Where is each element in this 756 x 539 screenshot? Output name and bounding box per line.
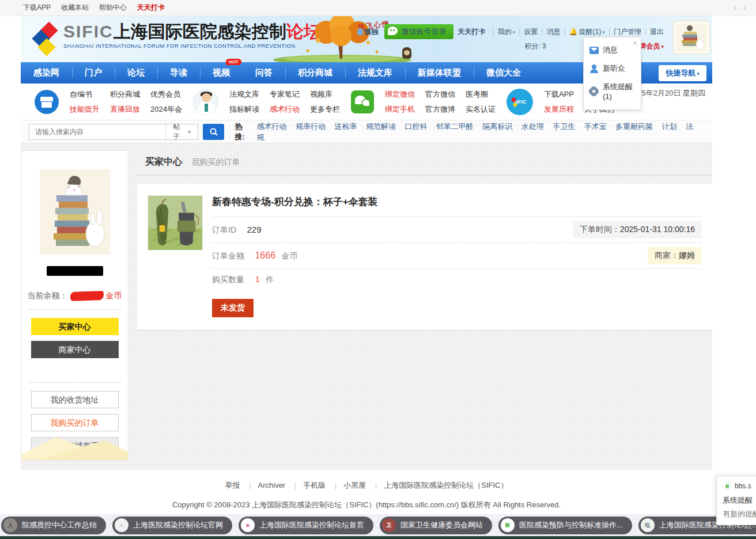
user-avatar[interactable] — [673, 21, 710, 54]
product-image[interactable] — [148, 195, 203, 250]
subnav-bind-wechat[interactable]: 绑定微信 — [385, 87, 415, 101]
nav-forum[interactable]: 论坛 — [115, 62, 157, 83]
username-link[interactable]: 慎独 — [365, 27, 379, 37]
my-menu-link[interactable]: 我的▾ — [498, 27, 516, 37]
wechat-bind-icon[interactable] — [351, 90, 374, 113]
footer-archiver-link[interactable]: Archiver — [242, 481, 285, 489]
taskbar-window-1[interactable]: 人 院感质控中心工作总结 — [1, 517, 106, 534]
footer-report-link[interactable]: 举报 — [225, 481, 240, 489]
system-notification-toast[interactable]: e bbs.s 系统提醒 有新的提醒 — [716, 476, 756, 525]
nav-infection-net[interactable]: 感染网 — [21, 62, 72, 83]
portal-admin-link[interactable]: 门户管理 — [614, 27, 641, 37]
subnav-ganshu-action[interactable]: 感术行动 — [270, 102, 300, 116]
doctor-icon[interactable] — [193, 89, 218, 115]
taskbar: 人 院感质控中心工作总结 ≡ 上海医院感染控制论坛官网 ◈ 上海国际医院感染控制… — [0, 514, 756, 539]
buyer-center-button[interactable]: 买家中心 — [31, 318, 119, 335]
bookmark-site-link[interactable]: 收藏本站 — [61, 3, 89, 13]
nav-qa[interactable]: 问答 — [243, 62, 285, 83]
subnav-bind-phone[interactable]: 绑定手机 — [385, 102, 415, 116]
subnav-points-mall[interactable]: 积分商城 — [110, 87, 140, 101]
sidebar-decoration — [21, 435, 128, 460]
dropdown-item-system-remind[interactable]: 系统提醒(1) — [584, 78, 641, 105]
wechat-login-button[interactable]: 微信账号登录 — [384, 24, 453, 39]
nav-wechat-collection[interactable]: 微信大全 — [474, 62, 534, 83]
hot-term[interactable]: 计划 — [662, 122, 677, 131]
hot-term[interactable]: 邻苯二甲醛 — [436, 122, 474, 131]
hot-search-terms: 感术行动 规率行动 送检率 规范解读 口腔科 邻苯二甲醛 隔离标识 水处理 手卫… — [257, 121, 704, 143]
window-favicon: ≡ — [115, 518, 128, 532]
nav-regulations[interactable]: 法规文库 — [345, 62, 405, 83]
daily-checkin-top-link[interactable]: 天天打卡 — [458, 27, 486, 37]
hot-term[interactable]: 隔离标识 — [482, 122, 512, 131]
subnav-replay[interactable]: 直播回放 — [110, 102, 140, 116]
taskbar-window-2[interactable]: ≡ 上海医院感染控制论坛官网 — [112, 517, 232, 534]
taskbar-window-5[interactable]: 标 医院感染预防与控制标准操作... — [498, 517, 632, 534]
nav-points-mall[interactable]: 积分商城 — [285, 62, 345, 83]
taskbar-window-4[interactable]: 卫 国家卫生健康委员会网站 — [380, 517, 492, 534]
taskbar-window-3[interactable]: ◈ 上海国际医院感染控制论坛首页 — [239, 517, 373, 534]
download-app-link[interactable]: 下载APP — [23, 3, 51, 13]
search-button[interactable] — [203, 124, 225, 140]
owl-icon — [402, 47, 411, 59]
hot-term[interactable]: 送检率 — [334, 122, 357, 131]
balance-unit: 金币 — [106, 291, 122, 301]
subnav-skill[interactable]: 技能提升 — [70, 102, 100, 116]
subnav-more-columns[interactable]: 更多专栏 — [310, 102, 340, 116]
subnav-official-wechat[interactable]: 官方微信 — [425, 87, 455, 101]
hot-term[interactable]: 手卫生 — [553, 122, 575, 131]
subnav-expert-notes[interactable]: 专家笔记 — [270, 87, 300, 101]
footer-links: 举报 Archiver 手机版 小黑屋 上海国际医院感染控制论坛（SIFIC） — [21, 480, 712, 491]
daily-checkin-link[interactable]: 天天打卡 — [137, 3, 165, 13]
hot-term[interactable]: 规范解读 — [366, 122, 396, 131]
footer-blackroom-link[interactable]: 小黑屋 — [328, 481, 366, 489]
nav-portal[interactable]: 门户 — [72, 62, 115, 83]
hot-term[interactable]: 规率行动 — [296, 122, 326, 131]
subnav-medical-exam[interactable]: 医考圈 — [466, 87, 496, 101]
score-text: 积分: 3 — [524, 41, 546, 51]
search-input[interactable] — [29, 128, 165, 136]
hot-term[interactable]: 手术室 — [584, 122, 607, 131]
logout-link[interactable]: 退出 — [650, 27, 664, 37]
subnav-indicator[interactable]: 指标解读 — [229, 102, 259, 116]
my-orders-button[interactable]: 我购买的订单 — [31, 414, 119, 431]
sidebar-avatar[interactable] — [40, 246, 110, 256]
subnav-download-app[interactable]: 下载APP — [544, 87, 574, 101]
store-icon[interactable] — [35, 90, 59, 114]
sific-circle-icon[interactable]: SIFIC — [506, 89, 533, 115]
hot-term[interactable]: 口腔科 — [405, 122, 427, 131]
subnav-video-lib[interactable]: 视频库 — [310, 87, 340, 101]
seller-center-button[interactable]: 商家中心 — [31, 341, 119, 358]
hot-term[interactable]: 多重耐药菌 — [615, 122, 653, 131]
order-id-row: 订单ID 229 下单时间：2025-01-31 10:00:16 — [212, 217, 702, 242]
search-category-select[interactable]: 帖子▾ — [165, 124, 197, 139]
nav-video[interactable]: 视频 — [200, 62, 243, 83]
balance-row: 当前余额： 金币 — [21, 291, 128, 301]
remind-link[interactable]: 提醒(1)▾ — [579, 27, 605, 37]
messages-link[interactable]: 消息 — [546, 27, 560, 37]
order-amount-label: 订单金额 — [212, 251, 244, 260]
subnav-official-weibo[interactable]: 官方微博 — [425, 102, 455, 116]
hot-term[interactable]: 感术行动 — [257, 122, 287, 131]
gear-icon — [589, 87, 599, 96]
subnav-2024-annual[interactable]: 2024年会 — [150, 102, 182, 116]
order-product-title[interactable]: 新春特惠专场-积分兑换：杯子+伞套装 — [212, 193, 378, 217]
hot-term[interactable]: 水处理 — [521, 122, 544, 131]
subnav-regulations[interactable]: 法规文库 — [229, 87, 259, 101]
help-center-link[interactable]: 帮助中心 — [99, 3, 127, 13]
subnav-history[interactable]: 发展历程 — [544, 102, 574, 116]
settings-link[interactable]: 设置 — [524, 27, 538, 37]
order-time-band: 下单时间：2025-01-31 10:00:16 — [573, 221, 702, 238]
nav-guide[interactable]: 导读 — [157, 62, 200, 83]
subnav-excellent-member[interactable]: 优秀会员 — [150, 87, 182, 101]
shipping-address-button[interactable]: 我的收货地址 — [31, 391, 119, 408]
subnav-selfbook[interactable]: 自编书 — [70, 87, 100, 101]
dropdown-item-new-followers[interactable]: 新听众 — [584, 59, 641, 78]
order-id-label: 订单ID — [212, 225, 236, 234]
subnav-real-name[interactable]: 实名认证 — [466, 102, 496, 116]
footer-sific-link[interactable]: 上海国际医院感染控制论坛（SIFIC） — [368, 481, 508, 489]
quick-nav-button[interactable]: 快捷导航▾ — [659, 65, 706, 81]
carousel-arrows-icon[interactable]: ‹ › — [734, 3, 748, 12]
nav-media-alliance[interactable]: 新媒体联盟 — [405, 62, 474, 83]
close-icon[interactable]: × — [633, 39, 637, 48]
footer-mobile-link[interactable]: 手机版 — [288, 481, 326, 489]
